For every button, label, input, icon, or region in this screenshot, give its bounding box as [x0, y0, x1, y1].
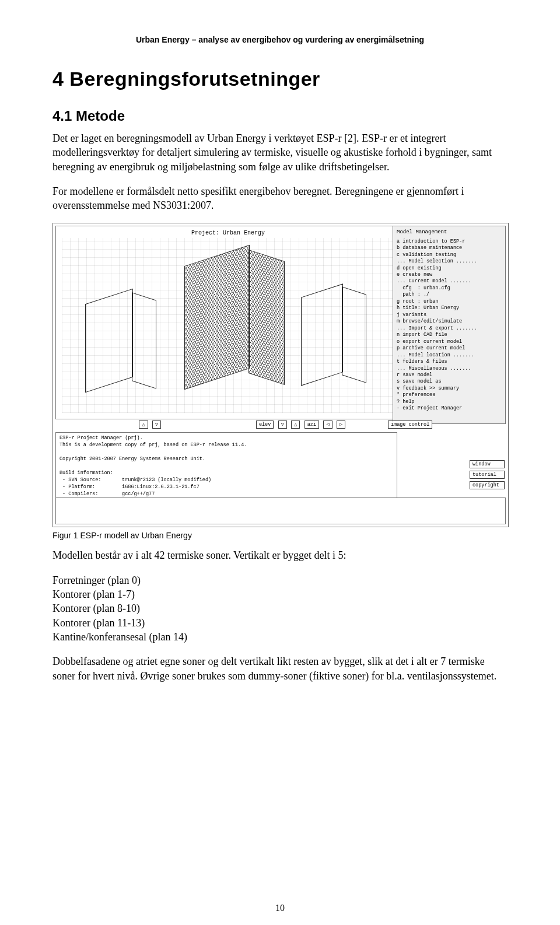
menu-item[interactable]: h title: Urban Energy: [397, 305, 502, 311]
page-number: 10: [0, 903, 560, 913]
espr-project-title: Project: Urban Energy: [56, 226, 400, 236]
menu-item[interactable]: d open existing: [397, 265, 502, 272]
menu-separator: ... Current model .......: [397, 278, 502, 285]
console-line: This is a development copy of prj, based…: [60, 442, 247, 448]
body-paragraph: Modellen består av i alt 42 termiske son…: [52, 548, 508, 562]
running-header: Urban Energy – analyse av energibehov og…: [52, 35, 508, 44]
menu-separator: ... Import & export .......: [397, 325, 502, 332]
espr-menu-title: Model Management: [397, 229, 502, 236]
rotate-up-button[interactable]: △: [139, 421, 148, 429]
menu-item[interactable]: t folders & files: [397, 359, 502, 365]
menu-item[interactable]: b database maintenance: [397, 245, 502, 251]
list-item: Forretninger (plan 0): [52, 573, 508, 587]
window-button[interactable]: window: [470, 460, 505, 468]
console-line: Copyright 2001-2007 Energy Systems Resea…: [60, 456, 205, 462]
menu-separator: ... Miscellaneous .......: [397, 366, 502, 372]
menu-item[interactable]: o export current model: [397, 339, 502, 345]
elev-button[interactable]: elev: [256, 421, 274, 429]
elev-down-button[interactable]: ▽: [278, 421, 287, 429]
azi-right-button[interactable]: ▷: [337, 421, 345, 429]
list-item: Kontorer (plan 11-13): [52, 616, 508, 630]
espr-3d-viewport: Project: Urban Energy: [55, 226, 401, 419]
menu-info: cfg : urban.cfg: [397, 285, 502, 292]
wire-block: [342, 287, 366, 384]
menu-item[interactable]: g root : urban: [397, 299, 502, 305]
console-line: ESP-r Project Manager (prj).: [60, 435, 143, 441]
console-line: Build information:: [60, 470, 113, 476]
menu-item[interactable]: r save model: [397, 372, 502, 379]
menu-item[interactable]: s save model as: [397, 379, 502, 385]
azi-left-button[interactable]: ◁: [323, 421, 332, 429]
tutorial-button[interactable]: tutorial: [470, 471, 505, 479]
zone-list: Forretninger (plan 0) Kontorer (plan 1-7…: [52, 573, 508, 644]
copyright-button[interactable]: copyright: [470, 481, 505, 489]
menu-separator: ... Model location .......: [397, 352, 502, 359]
espr-side-buttons: window tutorial copyright: [470, 460, 506, 489]
menu-item[interactable]: ? help: [397, 399, 502, 405]
console-line: - Compilers: gcc/g++/g77: [60, 491, 155, 497]
menu-item[interactable]: v feedback >> summary: [397, 386, 502, 392]
menu-item[interactable]: j variants: [397, 312, 502, 318]
menu-item[interactable]: a introduction to ESP-r: [397, 239, 502, 245]
wire-block-main: [249, 250, 285, 385]
menu-item[interactable]: - exit Project Manager: [397, 405, 502, 412]
wire-block: [132, 293, 156, 390]
list-item: Kantine/konferansesal (plan 14): [52, 630, 508, 644]
elev-up-button[interactable]: △: [291, 421, 300, 429]
menu-item[interactable]: p archive current model: [397, 345, 502, 352]
list-item: Kontorer (plan 1-7): [52, 587, 508, 601]
rotate-down-button[interactable]: ▽: [152, 421, 161, 429]
section-heading: 4 Beregningsforutsetninger: [52, 68, 508, 90]
console-line: - SVN Source: trunk@r2123 (locally modif…: [60, 477, 211, 483]
menu-item[interactable]: c validation testing: [397, 252, 502, 258]
body-paragraph: For modellene er formålsdelt netto spesi…: [52, 184, 508, 213]
menu-item[interactable]: n import CAD file: [397, 332, 502, 338]
espr-screenshot-figure: Project: Urban Energy Model Management a…: [52, 223, 509, 527]
body-paragraph: Det er laget en beregningsmodell av Urba…: [52, 131, 508, 174]
image-control-button[interactable]: image control: [388, 421, 432, 429]
menu-info: path : ./: [397, 292, 502, 298]
subsection-heading: 4.1 Metode: [52, 108, 508, 124]
menu-separator: ... Model selection .......: [397, 258, 502, 265]
menu-item[interactable]: e create new: [397, 272, 502, 278]
espr-console: ESP-r Project Manager (prj). This is a d…: [55, 432, 397, 501]
console-line: - Platform: i686:Linux:2.6.23.1-21.fc7: [60, 484, 200, 490]
menu-item[interactable]: m browse/edit/simulate: [397, 318, 502, 325]
espr-view-controls: △ ▽ elev ▽ △ azi ◁ ▷ image control: [55, 421, 506, 431]
menu-item[interactable]: * preferences: [397, 392, 502, 398]
wire-block: [85, 289, 133, 393]
wire-block-main: [184, 245, 250, 390]
figure-caption: Figur 1 ESP-r modell av Urban Energy: [52, 531, 508, 540]
list-item: Kontorer (plan 8-10): [52, 601, 508, 615]
wireframe-canvas: [62, 238, 394, 413]
azi-button[interactable]: azi: [304, 421, 319, 429]
body-paragraph: Dobbelfasadene og atriet egne soner og d…: [52, 654, 508, 683]
espr-model-menu: Model Management a introduction to ESP-r…: [393, 226, 506, 424]
espr-input-bar[interactable]: [55, 497, 506, 524]
wire-block: [301, 284, 343, 386]
